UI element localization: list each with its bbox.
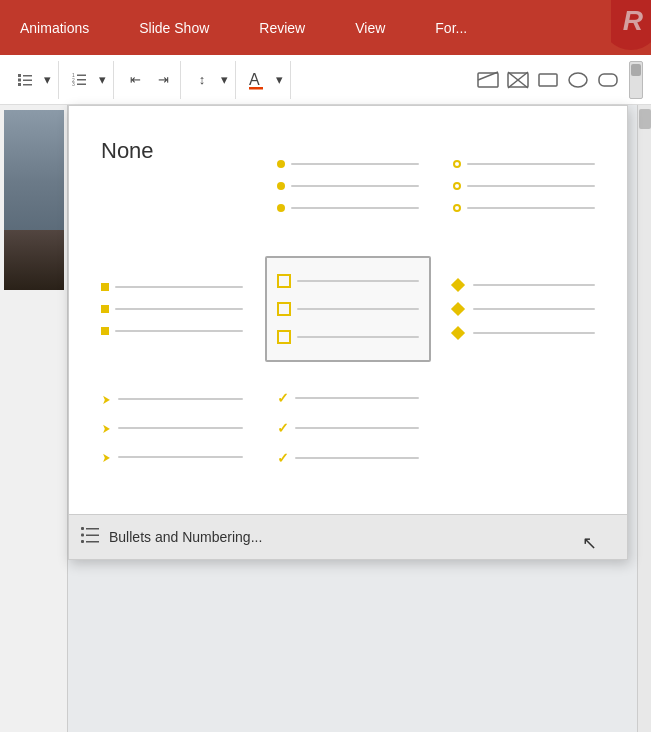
- cdash-1: [467, 163, 595, 165]
- slide-panel: [0, 105, 68, 732]
- circle-bullet-3: [453, 204, 461, 212]
- svg-rect-22: [81, 527, 84, 530]
- dmdash-1: [473, 284, 595, 286]
- cb-bullet-2: [277, 302, 291, 316]
- svg-rect-3: [23, 79, 32, 81]
- tab-slideshow[interactable]: Slide Show: [129, 12, 219, 44]
- bullet-diamond-option[interactable]: [441, 256, 607, 362]
- ar-line-1: ➤: [101, 392, 243, 407]
- dot-line-2: [277, 182, 419, 190]
- cdash-2: [467, 185, 595, 187]
- toolbar-ellipse-btn[interactable]: [565, 67, 591, 93]
- ck-bullet-2: ✓: [277, 420, 289, 436]
- svg-rect-7: [77, 74, 86, 76]
- bullet-small-square-option[interactable]: [89, 256, 255, 362]
- svg-rect-9: [77, 79, 86, 81]
- dm-line-2: [453, 304, 595, 314]
- svg-rect-11: [77, 83, 86, 85]
- indent-group: ⇤ ⇥: [118, 61, 181, 99]
- ardash-3: [118, 456, 243, 458]
- cdash-3: [467, 207, 595, 209]
- circle-bullet-2: [453, 182, 461, 190]
- cb-line-1: [277, 274, 419, 288]
- bullets-numbering-btn[interactable]: Bullets and Numbering... ↖: [69, 514, 627, 559]
- svg-rect-23: [81, 534, 84, 537]
- indent-btn[interactable]: ⇥: [150, 67, 176, 93]
- ordered-list-btn[interactable]: 123: [67, 67, 93, 93]
- bullets-numbering-label: Bullets and Numbering...: [109, 529, 262, 545]
- sqdash-2: [115, 308, 243, 310]
- ckdash-2: [295, 427, 419, 429]
- diamond-lines: [453, 274, 595, 344]
- list-dropdown-btn[interactable]: ▾: [40, 67, 54, 93]
- toolbar-rounded-btn[interactable]: [595, 67, 621, 93]
- linespace-dropdown-btn[interactable]: ▾: [217, 67, 231, 93]
- dot-bullet-1: [277, 160, 285, 168]
- ck-line-1: ✓: [277, 390, 419, 406]
- dash-1: [291, 163, 419, 165]
- outdent-btn[interactable]: ⇤: [122, 67, 148, 93]
- dot-bullet-2: [277, 182, 285, 190]
- small-square-lines: [101, 277, 243, 341]
- cbdash-2: [297, 308, 419, 310]
- right-scrollbar[interactable]: [637, 105, 651, 732]
- svg-rect-4: [18, 83, 21, 86]
- sqdash-1: [115, 286, 243, 288]
- arrow-lines: ➤ ➤ ➤: [101, 386, 243, 471]
- dash-2: [291, 185, 419, 187]
- ardash-1: [118, 398, 243, 400]
- svg-rect-21: [599, 74, 617, 86]
- numbered-list-dropdown-btn[interactable]: ▾: [95, 67, 109, 93]
- text-style-btn[interactable]: A: [244, 67, 270, 93]
- ar-bullet-2: ➤: [102, 421, 111, 436]
- toolbar-rect-btn[interactable]: [535, 67, 561, 93]
- dm-line-1: [453, 280, 595, 290]
- dot-bullet-3: [277, 204, 285, 212]
- circle-bullet-lines: [453, 154, 595, 218]
- main-content: None: [0, 105, 651, 732]
- sq-bullet-2: [101, 305, 109, 313]
- bullet-checkbox-option[interactable]: [265, 256, 431, 362]
- toolbar-icon-2[interactable]: [505, 67, 531, 93]
- dmdash-2: [473, 308, 595, 310]
- svg-rect-26: [86, 535, 99, 537]
- bullet-none-option[interactable]: None: [89, 126, 255, 246]
- cb-line-2: [277, 302, 419, 316]
- check-lines: ✓ ✓ ✓: [277, 384, 419, 472]
- cb-line-3: [277, 330, 419, 344]
- text-dropdown-btn[interactable]: ▾: [272, 67, 286, 93]
- dmdash-3: [473, 332, 595, 334]
- ck-bullet-3: ✓: [277, 450, 289, 466]
- ardash-2: [118, 427, 243, 429]
- scrollbar[interactable]: [629, 61, 643, 99]
- circle-line-1: [453, 160, 595, 168]
- bullet-dropdown: None: [68, 105, 628, 560]
- bullet-circle-option[interactable]: [441, 126, 607, 246]
- dot-line-1: [277, 160, 419, 168]
- svg-text:A: A: [249, 71, 260, 88]
- ar-line-3: ➤: [101, 450, 243, 465]
- ar-bullet-1: ➤: [102, 392, 111, 407]
- svg-rect-24: [81, 540, 84, 543]
- unordered-list-btn[interactable]: [12, 67, 38, 93]
- bullet-arrow-option[interactable]: ➤ ➤ ➤: [89, 372, 255, 484]
- numbered-list-group: 123 ▾: [63, 61, 114, 99]
- sq-line-3: [101, 327, 243, 335]
- linespace-btn[interactable]: ↕: [189, 67, 215, 93]
- tab-review[interactable]: Review: [249, 12, 315, 44]
- ckdash-1: [295, 397, 419, 399]
- mouse-cursor: ↖: [582, 532, 597, 554]
- brand-mark: R: [611, 0, 651, 55]
- ar-line-2: ➤: [101, 421, 243, 436]
- svg-point-20: [569, 73, 587, 87]
- tab-animations[interactable]: Animations: [10, 12, 99, 44]
- tab-format[interactable]: For...: [425, 12, 477, 44]
- bullet-dot-option[interactable]: [265, 126, 431, 246]
- ckdash-3: [295, 457, 419, 459]
- slide-thumbnail[interactable]: [4, 110, 64, 290]
- cbdash-3: [297, 336, 419, 338]
- sq-bullet-3: [101, 327, 109, 335]
- bullet-check-option[interactable]: ✓ ✓ ✓: [265, 372, 431, 484]
- toolbar-icon-1[interactable]: [475, 67, 501, 93]
- tab-view[interactable]: View: [345, 12, 395, 44]
